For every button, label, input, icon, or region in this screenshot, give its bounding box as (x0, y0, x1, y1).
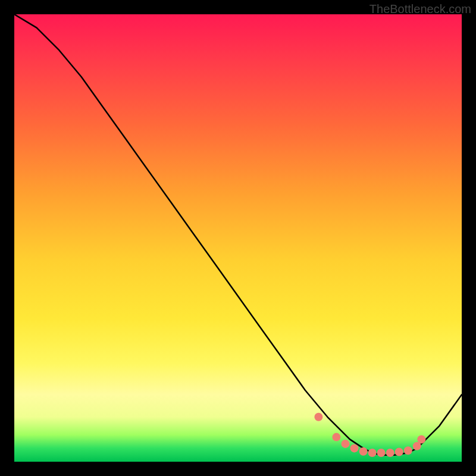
svg-point-0 (314, 413, 322, 421)
bottleneck-curve (14, 14, 462, 455)
watermark-text: TheBottleneck.com (369, 2, 471, 16)
svg-point-11 (417, 435, 425, 443)
chart-svg (14, 14, 462, 462)
svg-point-8 (395, 448, 403, 456)
svg-point-7 (386, 449, 394, 457)
heatmap-background (14, 14, 462, 462)
svg-point-1 (332, 433, 340, 441)
svg-point-6 (377, 449, 386, 457)
curve-markers (314, 413, 425, 457)
svg-point-2 (342, 440, 350, 448)
svg-point-9 (404, 446, 412, 455)
svg-point-3 (350, 444, 359, 452)
svg-point-5 (368, 449, 377, 457)
svg-point-4 (359, 447, 368, 456)
